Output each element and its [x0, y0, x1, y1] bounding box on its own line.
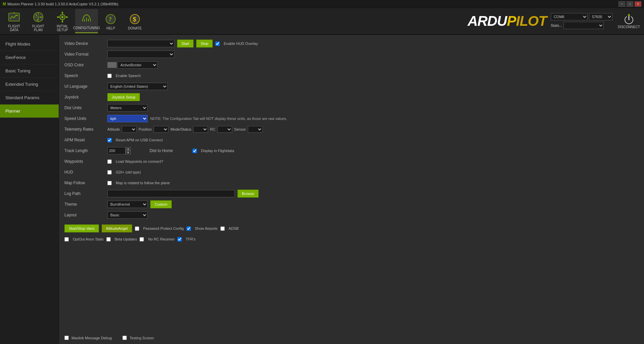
- testing-screen-checkbox[interactable]: [122, 336, 127, 340]
- theme-select[interactable]: BurntKermit: [107, 201, 148, 208]
- stats-select[interactable]: [564, 22, 604, 29]
- map-follow-checkbox[interactable]: [107, 181, 112, 185]
- joystick-row: Joystick Joystick Setup: [64, 92, 639, 102]
- speed-units-select[interactable]: kph: [107, 115, 148, 122]
- custom-button[interactable]: Custom: [150, 200, 172, 208]
- video-device-select[interactable]: [107, 40, 174, 47]
- sidebar-item-geofence[interactable]: GeoFence: [0, 51, 59, 64]
- load-waypoints-checkbox[interactable]: [107, 159, 112, 164]
- stop-button[interactable]: Stop: [196, 40, 213, 48]
- apm-reset-checkbox[interactable]: [107, 138, 112, 142]
- adsb-checkbox[interactable]: [220, 226, 225, 231]
- stats-label: Stats...: [551, 23, 562, 27]
- track-length-up[interactable]: ▲: [125, 147, 131, 151]
- layout-select[interactable]: Basic: [107, 211, 148, 219]
- speech-row: Speech Enable Speech: [64, 71, 639, 80]
- track-length-down[interactable]: ▼: [125, 151, 131, 154]
- start-stop-vario-button[interactable]: Start/Stop Vario: [64, 224, 99, 232]
- mode-status-label: Mode/Status: [170, 127, 191, 131]
- sidebar-item-planner[interactable]: Planner: [0, 105, 59, 118]
- show-airports-checkbox[interactable]: [186, 226, 191, 231]
- log-path-label: Log Path: [64, 191, 105, 196]
- svg-rect-12: [57, 16, 59, 18]
- beta-updates-checkbox[interactable]: [106, 237, 111, 242]
- close-button[interactable]: ✕: [635, 1, 641, 7]
- speed-units-label: Speed Units: [64, 116, 105, 121]
- svg-rect-10: [62, 12, 63, 14]
- start-button[interactable]: Start: [177, 40, 194, 48]
- com-port-select[interactable]: COM6: [551, 13, 588, 20]
- display-flightdata-checkbox[interactable]: [193, 149, 197, 153]
- toolbar-donate[interactable]: $ DONATE: [123, 9, 146, 33]
- sidebar-item-standard-params[interactable]: Standard Params: [0, 91, 59, 105]
- rc-select[interactable]: 2: [217, 126, 232, 133]
- hud-checkbox[interactable]: [107, 170, 112, 175]
- sidebar-item-extended-tuning[interactable]: Extended Tuning: [0, 78, 59, 91]
- enable-speech-label: Enable Speech: [116, 74, 141, 78]
- position-select[interactable]: 2: [154, 126, 168, 133]
- baud-rate-select[interactable]: 57600: [589, 13, 612, 20]
- disconnect-label: DISCONNECT: [618, 25, 640, 29]
- rc-label: RC: [210, 127, 215, 131]
- video-format-select[interactable]: [107, 51, 174, 58]
- ui-language-row: UI Language English (United States): [64, 82, 639, 91]
- layout-row: Layout Basic: [64, 210, 639, 220]
- logo-area: ARDUPILOT COM6 57600 Stats...: [468, 12, 641, 30]
- titlebar: M Mission Planner 1.3.50 build 1.3.50.0 …: [0, 0, 644, 8]
- toolbar-config-tuning[interactable]: CONFIG/TUNING: [75, 9, 98, 33]
- mode-status-select[interactable]: 2: [193, 126, 208, 133]
- sensor-select[interactable]: 2: [248, 126, 263, 133]
- enable-speech-checkbox[interactable]: [107, 74, 112, 78]
- log-path-input[interactable]: C:\Users\Towaha\Documents\Mission Planne…: [107, 190, 235, 197]
- optout-checkbox[interactable]: [64, 237, 69, 242]
- mavlink-debug-checkbox[interactable]: [64, 336, 69, 340]
- password-protect-checkbox[interactable]: [135, 226, 139, 231]
- svg-marker-1: [13, 12, 15, 13]
- tfr-label: TFR's: [186, 237, 196, 241]
- apm-reset-check-label: Reset APM on USB Connect: [116, 138, 163, 142]
- browse-button[interactable]: Browse: [237, 190, 259, 198]
- theme-row: Theme BurntKermit Custom: [64, 200, 639, 209]
- mavlink-debug-label: Mavlink Message Debug: [71, 336, 112, 340]
- disconnect-button[interactable]: DISCONNECT: [616, 12, 641, 30]
- minimize-button[interactable]: ─: [619, 1, 625, 7]
- svg-point-6: [40, 16, 42, 18]
- hud-row: HUD GDI+ (old type): [64, 167, 639, 177]
- video-format-row: Video Format: [64, 50, 639, 59]
- dist-units-row: Dist Units Meters: [64, 103, 639, 113]
- joystick-setup-button[interactable]: Joystick Setup: [107, 93, 140, 101]
- joystick-label: Joystick: [64, 95, 105, 99]
- no-rc-label: No RC Receiver: [148, 237, 174, 241]
- track-length-label: Track Length: [64, 148, 105, 153]
- toolbar-flight-data[interactable]: FLIGHT DATA: [3, 9, 25, 33]
- osd-color-select[interactable]: ActiveBorder: [117, 61, 158, 69]
- sidebar-item-flight-modes[interactable]: Flight Modes: [0, 38, 59, 51]
- no-rc-checkbox[interactable]: [140, 237, 144, 242]
- attitude-select[interactable]: 4: [122, 126, 137, 133]
- toolbar-flight-plan[interactable]: FLIGHT PLAN: [27, 9, 50, 33]
- track-length-input[interactable]: [107, 147, 125, 154]
- speed-units-row: Speed Units kph NOTE: The Configuration …: [64, 114, 639, 123]
- track-length-spinner: ▲ ▼: [107, 147, 131, 154]
- dist-units-select[interactable]: Meters: [107, 104, 148, 112]
- display-flightdata-label: Display in Flightdata: [201, 149, 234, 153]
- title-text: M Mission Planner 1.3.50 build 1.3.50.0 …: [3, 2, 118, 6]
- toolbar-help[interactable]: ? HELP: [99, 9, 122, 33]
- telemetry-sub: Attitude 4 Position 2 Mode/Status 2 RC 2…: [107, 126, 263, 133]
- svg-rect-11: [62, 20, 63, 22]
- toolbar-initial-setup[interactable]: INITIAL SETUP: [51, 9, 74, 33]
- altitude-angel-button[interactable]: AltitudeAngel: [102, 224, 132, 232]
- map-follow-label: Map Follow: [64, 181, 105, 185]
- toolbar: FLIGHT DATA FLIGHT PLAN INITIAL SETUP: [0, 8, 644, 35]
- main-layout: Flight Modes GeoFence Basic Tuning Exten…: [0, 35, 644, 344]
- enable-hud-checkbox[interactable]: [215, 42, 220, 46]
- tfr-checkbox[interactable]: [177, 237, 182, 242]
- password-protect-label: Password Protect Config: [143, 226, 184, 230]
- svg-rect-0: [9, 13, 19, 21]
- ui-language-select[interactable]: English (United States): [107, 83, 168, 90]
- osd-color-label: OSD Color: [64, 63, 105, 67]
- maximize-button[interactable]: □: [627, 1, 633, 7]
- position-label: Position: [139, 127, 152, 131]
- load-waypoints-label: Load Waypoints on connect?: [116, 159, 163, 163]
- sidebar-item-basic-tuning[interactable]: Basic Tuning: [0, 64, 59, 78]
